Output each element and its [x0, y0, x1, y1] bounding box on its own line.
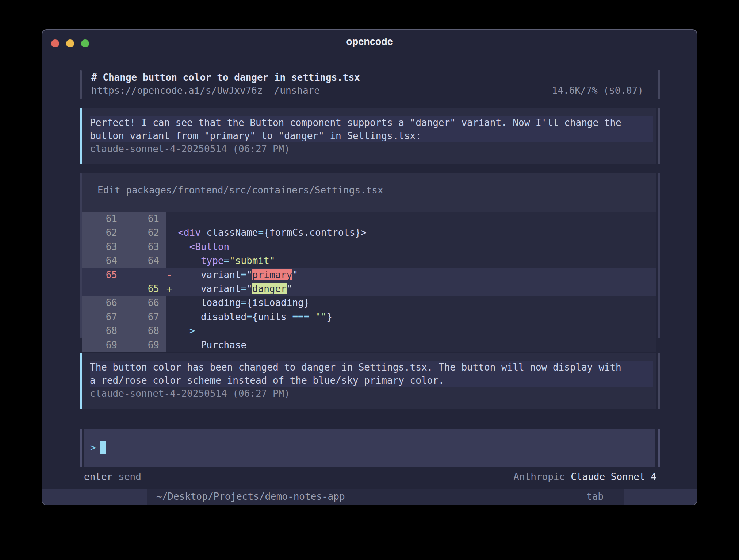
old-line-number: 65	[82, 268, 124, 282]
session-title: # Change button color to danger in setti…	[91, 71, 610, 84]
titlebar: opencode	[42, 30, 697, 53]
old-line-number: 61	[82, 212, 124, 226]
message-accent-border	[80, 108, 82, 164]
desktop-background: opencode # Change button color to danger…	[0, 0, 739, 560]
old-line-number: 66	[82, 296, 124, 310]
hints-row: entersend AnthropicClaude Sonnet 4	[82, 470, 656, 483]
new-line-number: 65	[124, 282, 166, 296]
new-line-number: 64	[124, 254, 166, 268]
model-timestamp: claude-sonnet-4-20250514 (06:27 PM)	[90, 387, 653, 400]
diff-row: 6363 <Button	[82, 240, 656, 254]
diff-view: 61616262 <div className={formCs.controls…	[82, 212, 656, 352]
prompt-symbol: >	[84, 442, 96, 453]
text-cursor	[100, 441, 106, 454]
send-action-hint: send	[118, 471, 141, 482]
old-line-number: 62	[82, 226, 124, 239]
tab-key-hint[interactable]: tab	[586, 489, 604, 505]
old-line-number: 63	[82, 240, 124, 254]
edit-file-label: Edit packages/frontend/src/containers/Se…	[82, 173, 656, 197]
model-name: Claude Sonnet 4	[571, 471, 656, 482]
diff-code-line: Purchase	[166, 338, 656, 352]
diff-row: 6767 disabled={units === ""}	[82, 310, 656, 324]
message-line: Perfect! I can see that the Button compo…	[90, 116, 653, 129]
edit-card-right-rule	[658, 173, 660, 338]
diff-code-line: - variant="primary"	[166, 268, 656, 282]
message-right-rule	[658, 108, 660, 164]
enter-key-hint: enter	[84, 471, 112, 482]
edit-tool-card: Edit packages/frontend/src/containers/Se…	[82, 173, 656, 338]
diff-code-line	[166, 212, 656, 226]
new-line-number	[124, 268, 166, 282]
message-text: Perfect! I can see that the Button compo…	[90, 116, 653, 142]
old-line-number: 69	[82, 338, 124, 352]
diff-row: 6464 type="submit"	[82, 254, 656, 268]
app-version-segment: opencode v0.3.11	[42, 489, 147, 505]
header-right-rule	[658, 70, 660, 99]
new-line-number: 61	[124, 212, 166, 226]
new-line-number: 66	[124, 296, 166, 310]
status-bar: opencode v0.3.11 ~/Desktop/Projects/demo…	[42, 489, 697, 505]
new-line-number: 68	[124, 324, 166, 338]
send-hint: entersend	[84, 470, 141, 483]
minimize-button[interactable]	[66, 39, 74, 47]
old-line-number: 68	[82, 324, 124, 338]
diff-row: 6262 <div className={formCs.controls}>	[82, 226, 656, 239]
diff-code-line: type="submit"	[166, 254, 656, 268]
traffic-lights	[51, 39, 89, 47]
header-left-rule	[80, 70, 82, 99]
old-line-number: 64	[82, 254, 124, 268]
message-line: The button color has been changed to dan…	[90, 361, 653, 374]
new-line-number: 62	[124, 226, 166, 239]
diff-code-line: disabled={units === ""}	[166, 310, 656, 324]
provider-name: Anthropic	[513, 471, 565, 482]
diff-row: 65+ variant="danger"	[82, 282, 656, 296]
message-right-rule	[658, 353, 660, 409]
diff-row: 6666 loading={isLoading}	[82, 296, 656, 310]
prompt-input[interactable]: >	[84, 429, 655, 467]
diff-row: 6161	[82, 212, 656, 226]
message-text: The button color has been changed to dan…	[90, 361, 653, 387]
mode-indicator: BUILD MODE	[624, 489, 697, 505]
session-header: # Change button color to danger in setti…	[91, 71, 610, 97]
input-left-rule	[80, 429, 82, 467]
diff-row: 6868 >	[82, 324, 656, 338]
diff-row: 6969 Purchase	[82, 338, 656, 352]
unshare-command[interactable]: /unshare	[274, 85, 320, 96]
model-timestamp: claude-sonnet-4-20250514 (06:27 PM)	[90, 142, 653, 156]
close-button[interactable]	[51, 39, 59, 47]
message-line: a red/rose color scheme instead of the b…	[90, 374, 653, 387]
diff-code-line: loading={isLoading}	[166, 296, 656, 310]
token-cost-stats: 14.6K/7% ($0.07)	[552, 84, 643, 97]
input-right-rule	[658, 429, 660, 467]
new-line-number: 63	[124, 240, 166, 254]
old-line-number	[82, 282, 124, 296]
model-indicator: AnthropicClaude Sonnet 4	[513, 470, 656, 483]
diff-row: 65- variant="primary"	[82, 268, 656, 282]
diff-code-line: >	[166, 324, 656, 338]
diff-code-line: <div className={formCs.controls}>	[166, 226, 656, 239]
diff-code-line: <Button	[166, 240, 656, 254]
share-url[interactable]: https://opencode.ai/s/UwJxv76z	[91, 85, 263, 96]
new-line-number: 67	[124, 310, 166, 324]
assistant-message: Perfect! I can see that the Button compo…	[82, 108, 656, 164]
window-title: opencode	[42, 36, 697, 47]
new-line-number: 69	[124, 338, 166, 352]
assistant-message: The button color has been changed to dan…	[82, 353, 656, 409]
message-line: button variant from "primary" to "danger…	[90, 129, 653, 142]
message-accent-border	[80, 353, 82, 409]
working-directory: ~/Desktop/Projects/demo-notes-app	[156, 489, 345, 505]
opencode-window: opencode # Change button color to danger…	[42, 29, 697, 505]
diff-code-line: + variant="danger"	[166, 282, 656, 296]
zoom-button[interactable]	[81, 39, 89, 47]
old-line-number: 67	[82, 310, 124, 324]
edit-card-left-rule	[80, 173, 82, 338]
